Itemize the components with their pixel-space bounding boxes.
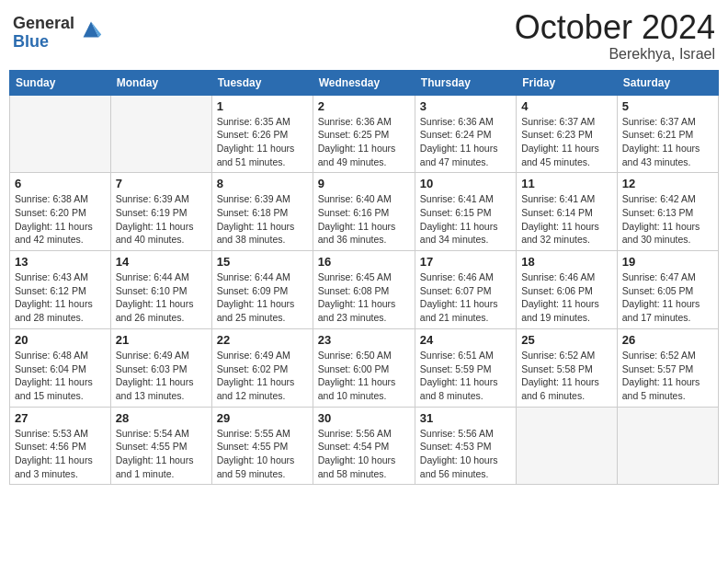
day-info: Sunrise: 6:39 AM Sunset: 6:19 PM Dayligh… — [116, 192, 207, 247]
calendar-cell: 17Sunrise: 6:46 AM Sunset: 6:07 PM Dayli… — [415, 251, 516, 329]
day-number: 30 — [318, 411, 410, 425]
title-area: October 2024 Berekhya, Israel — [515, 9, 715, 63]
day-info: Sunrise: 6:41 AM Sunset: 6:15 PM Dayligh… — [420, 192, 511, 247]
day-info: Sunrise: 6:47 AM Sunset: 6:05 PM Dayligh… — [622, 270, 713, 325]
logo: General Blue — [13, 15, 104, 52]
day-number: 16 — [318, 255, 410, 269]
calendar-cell: 27Sunrise: 5:53 AM Sunset: 4:56 PM Dayli… — [10, 407, 111, 485]
weekday-header-tuesday: Tuesday — [211, 70, 313, 95]
calendar-cell — [617, 407, 718, 485]
weekday-header-sunday: Sunday — [10, 70, 111, 95]
day-info: Sunrise: 6:50 AM Sunset: 6:00 PM Dayligh… — [318, 349, 410, 403]
logo-icon — [78, 17, 104, 42]
weekday-header-saturday: Saturday — [617, 70, 718, 95]
calendar-cell: 2Sunrise: 6:36 AM Sunset: 6:25 PM Daylig… — [313, 95, 415, 173]
week-row-2: 6Sunrise: 6:38 AM Sunset: 6:20 PM Daylig… — [10, 173, 719, 251]
week-row-3: 13Sunrise: 6:43 AM Sunset: 6:12 PM Dayli… — [10, 251, 719, 329]
weekday-header-friday: Friday — [517, 70, 618, 95]
day-info: Sunrise: 6:45 AM Sunset: 6:08 PM Dayligh… — [318, 270, 410, 325]
day-number: 25 — [521, 333, 612, 347]
day-info: Sunrise: 6:49 AM Sunset: 6:03 PM Dayligh… — [116, 349, 207, 403]
calendar-cell: 13Sunrise: 6:43 AM Sunset: 6:12 PM Dayli… — [10, 251, 111, 329]
day-number: 31 — [420, 411, 511, 425]
day-number: 13 — [15, 255, 106, 269]
calendar-cell: 10Sunrise: 6:41 AM Sunset: 6:15 PM Dayli… — [415, 173, 516, 251]
day-info: Sunrise: 6:43 AM Sunset: 6:12 PM Dayligh… — [15, 270, 106, 325]
calendar-cell: 3Sunrise: 6:36 AM Sunset: 6:24 PM Daylig… — [415, 95, 516, 173]
calendar-cell: 15Sunrise: 6:44 AM Sunset: 6:09 PM Dayli… — [211, 251, 313, 329]
day-number: 10 — [420, 177, 511, 190]
day-info: Sunrise: 6:36 AM Sunset: 6:24 PM Dayligh… — [420, 115, 511, 169]
day-info: Sunrise: 6:48 AM Sunset: 6:04 PM Dayligh… — [15, 349, 106, 403]
calendar-cell: 31Sunrise: 5:56 AM Sunset: 4:53 PM Dayli… — [415, 407, 516, 485]
day-number: 26 — [622, 333, 713, 347]
day-info: Sunrise: 6:44 AM Sunset: 6:09 PM Dayligh… — [217, 270, 308, 325]
calendar: SundayMondayTuesdayWednesdayThursdayFrid… — [9, 70, 719, 486]
day-number: 23 — [318, 333, 410, 347]
calendar-cell: 11Sunrise: 6:41 AM Sunset: 6:14 PM Dayli… — [517, 173, 618, 251]
month-title: October 2024 — [515, 9, 715, 46]
day-number: 2 — [318, 99, 410, 113]
logo-blue-text: Blue — [13, 33, 74, 52]
calendar-cell: 26Sunrise: 6:52 AM Sunset: 5:57 PM Dayli… — [617, 328, 718, 407]
day-number: 7 — [116, 177, 207, 190]
day-info: Sunrise: 6:52 AM Sunset: 5:58 PM Dayligh… — [521, 349, 612, 403]
day-info: Sunrise: 6:44 AM Sunset: 6:10 PM Dayligh… — [116, 270, 207, 325]
calendar-cell: 30Sunrise: 5:56 AM Sunset: 4:54 PM Dayli… — [313, 407, 415, 485]
calendar-cell: 29Sunrise: 5:55 AM Sunset: 4:55 PM Dayli… — [211, 407, 313, 485]
calendar-cell: 18Sunrise: 6:46 AM Sunset: 6:06 PM Dayli… — [517, 251, 618, 329]
day-info: Sunrise: 6:49 AM Sunset: 6:02 PM Dayligh… — [217, 349, 308, 403]
day-number: 29 — [217, 411, 308, 425]
day-number: 24 — [420, 333, 511, 347]
calendar-cell: 1Sunrise: 6:35 AM Sunset: 6:26 PM Daylig… — [211, 95, 313, 173]
day-number: 8 — [217, 177, 308, 190]
calendar-cell: 12Sunrise: 6:42 AM Sunset: 6:13 PM Dayli… — [617, 173, 718, 251]
page-header: General Blue October 2024 Berekhya, Isra… — [9, 9, 719, 63]
day-number: 21 — [116, 333, 207, 347]
day-number: 1 — [217, 99, 308, 113]
week-row-4: 20Sunrise: 6:48 AM Sunset: 6:04 PM Dayli… — [10, 328, 719, 407]
day-info: Sunrise: 5:54 AM Sunset: 4:55 PM Dayligh… — [116, 427, 207, 481]
day-number: 4 — [521, 99, 612, 113]
day-info: Sunrise: 5:53 AM Sunset: 4:56 PM Dayligh… — [15, 427, 106, 481]
weekday-header-wednesday: Wednesday — [313, 70, 415, 95]
day-info: Sunrise: 6:37 AM Sunset: 6:23 PM Dayligh… — [521, 115, 612, 169]
day-number: 19 — [622, 255, 713, 269]
day-number: 28 — [116, 411, 207, 425]
day-number: 22 — [217, 333, 308, 347]
day-number: 17 — [420, 255, 511, 269]
calendar-cell — [110, 95, 211, 173]
weekday-header-thursday: Thursday — [415, 70, 516, 95]
location: Berekhya, Israel — [515, 46, 715, 63]
day-number: 11 — [521, 177, 612, 190]
day-info: Sunrise: 6:41 AM Sunset: 6:14 PM Dayligh… — [521, 192, 612, 247]
calendar-cell: 28Sunrise: 5:54 AM Sunset: 4:55 PM Dayli… — [110, 407, 211, 485]
day-info: Sunrise: 5:55 AM Sunset: 4:55 PM Dayligh… — [217, 427, 308, 481]
calendar-cell: 7Sunrise: 6:39 AM Sunset: 6:19 PM Daylig… — [110, 173, 211, 251]
calendar-cell: 24Sunrise: 6:51 AM Sunset: 5:59 PM Dayli… — [415, 328, 516, 407]
day-info: Sunrise: 6:40 AM Sunset: 6:16 PM Dayligh… — [318, 192, 410, 247]
calendar-cell: 23Sunrise: 6:50 AM Sunset: 6:00 PM Dayli… — [313, 328, 415, 407]
day-info: Sunrise: 6:52 AM Sunset: 5:57 PM Dayligh… — [622, 349, 713, 403]
day-info: Sunrise: 5:56 AM Sunset: 4:53 PM Dayligh… — [420, 427, 511, 481]
day-number: 5 — [622, 99, 713, 113]
calendar-cell: 14Sunrise: 6:44 AM Sunset: 6:10 PM Dayli… — [110, 251, 211, 329]
calendar-cell: 20Sunrise: 6:48 AM Sunset: 6:04 PM Dayli… — [10, 328, 111, 407]
logo-general-text: General — [13, 15, 74, 33]
day-number: 27 — [15, 411, 106, 425]
calendar-cell: 21Sunrise: 6:49 AM Sunset: 6:03 PM Dayli… — [110, 328, 211, 407]
day-info: Sunrise: 6:46 AM Sunset: 6:07 PM Dayligh… — [420, 270, 511, 325]
calendar-cell: 8Sunrise: 6:39 AM Sunset: 6:18 PM Daylig… — [211, 173, 313, 251]
day-number: 12 — [622, 177, 713, 190]
week-row-1: 1Sunrise: 6:35 AM Sunset: 6:26 PM Daylig… — [10, 95, 719, 173]
weekday-header-row: SundayMondayTuesdayWednesdayThursdayFrid… — [10, 70, 719, 95]
day-info: Sunrise: 5:56 AM Sunset: 4:54 PM Dayligh… — [318, 427, 410, 481]
day-number: 14 — [116, 255, 207, 269]
calendar-cell: 9Sunrise: 6:40 AM Sunset: 6:16 PM Daylig… — [313, 173, 415, 251]
day-info: Sunrise: 6:39 AM Sunset: 6:18 PM Dayligh… — [217, 192, 308, 247]
day-number: 6 — [15, 177, 106, 190]
day-info: Sunrise: 6:36 AM Sunset: 6:25 PM Dayligh… — [318, 115, 410, 169]
calendar-cell: 19Sunrise: 6:47 AM Sunset: 6:05 PM Dayli… — [617, 251, 718, 329]
calendar-cell: 16Sunrise: 6:45 AM Sunset: 6:08 PM Dayli… — [313, 251, 415, 329]
day-number: 3 — [420, 99, 511, 113]
